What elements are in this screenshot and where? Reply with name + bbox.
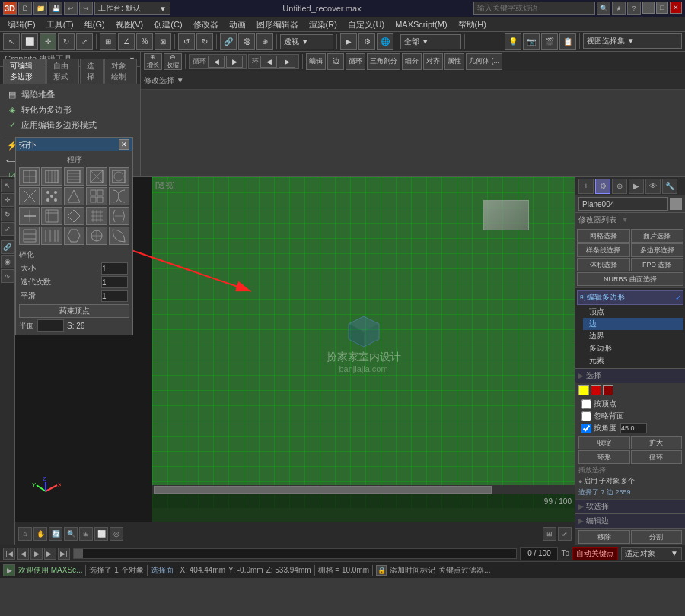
loop-prev[interactable]: ◀ xyxy=(208,56,225,68)
tree-edge[interactable]: 边 xyxy=(583,318,683,330)
tri-btn[interactable]: 三角剖分 xyxy=(367,53,400,70)
undo-icon[interactable]: ↩ xyxy=(64,2,78,15)
edge-btn[interactable]: 边 xyxy=(327,53,344,70)
edit-edge-header[interactable]: ▶ 编辑边 xyxy=(578,516,682,526)
vp-pan[interactable]: ✋ xyxy=(33,527,47,541)
timeline-scrubber[interactable] xyxy=(73,548,517,559)
render-setup[interactable]: ⚙ xyxy=(358,33,375,50)
menu-graph-editor[interactable]: 图形编辑器 xyxy=(252,17,303,32)
topo-cell-13[interactable] xyxy=(86,207,107,225)
topo-close-button[interactable]: ✕ xyxy=(119,139,129,150)
object-color-swatch[interactable] xyxy=(670,198,682,210)
vp-zoom[interactable]: 🔍 xyxy=(64,527,78,541)
rp-create-icon[interactable]: + xyxy=(578,179,594,194)
topo-cell-17[interactable] xyxy=(64,227,84,245)
prev-frame-btn[interactable]: ◀ xyxy=(17,548,29,560)
tab-freeform[interactable]: 自由形式 xyxy=(46,59,79,84)
undo-scene[interactable]: ↺ xyxy=(178,33,195,50)
goto-end-btn[interactable]: ▶| xyxy=(58,548,70,560)
scale-tool[interactable]: ⤢ xyxy=(76,33,93,50)
vp-toggle-grid[interactable]: ⊞ xyxy=(543,527,556,541)
menu-render[interactable]: 渲染(R) xyxy=(304,17,342,32)
topo-cell-9[interactable] xyxy=(109,187,129,205)
ring-next[interactable]: ▶ xyxy=(279,56,295,68)
fpd-select-btn[interactable]: FPD 选择 xyxy=(631,258,684,271)
soft-select-header[interactable]: ▶ 软选择 xyxy=(578,501,682,512)
ring-select-btn[interactable]: 环形 xyxy=(578,450,630,464)
rp-hierarchy-icon[interactable]: ⊕ xyxy=(612,179,627,194)
search-icon[interactable]: 🔍 xyxy=(597,2,610,15)
topo-cell-18[interactable] xyxy=(86,227,107,245)
nurbs-select-btn[interactable]: NURBS 曲面选择 xyxy=(577,272,683,286)
menu-animation[interactable]: 动画 xyxy=(225,17,250,32)
ls-curve[interactable]: ∿ xyxy=(1,269,14,283)
topo-cell-16[interactable] xyxy=(41,227,62,245)
tab-selection[interactable]: 选择 xyxy=(80,59,104,84)
ring-prev[interactable]: ◀ xyxy=(260,56,277,68)
tree-polygon[interactable]: 多边形 xyxy=(583,342,683,354)
move-tool[interactable]: ✛ xyxy=(40,33,56,50)
maximize-button[interactable]: □ xyxy=(656,2,668,14)
angle-input[interactable] xyxy=(620,423,647,433)
new-icon[interactable]: 🗋 xyxy=(18,2,32,15)
lock-icon[interactable]: 🔒 xyxy=(376,565,387,576)
yellow-swatch[interactable] xyxy=(578,385,589,395)
topo-iterations-input[interactable] xyxy=(101,276,128,288)
topo-cell-6[interactable] xyxy=(41,187,62,205)
edit-btn[interactable]: 编辑 xyxy=(306,53,326,70)
rp-utilities-icon[interactable]: 🔧 xyxy=(662,179,677,194)
modifier-item-editable-poly[interactable]: 可编辑多边形 ✓ xyxy=(577,290,683,305)
topo-cell-11[interactable] xyxy=(41,207,62,225)
props-btn[interactable]: 属性 xyxy=(444,53,464,70)
link-tool[interactable]: 🔗 xyxy=(220,33,237,50)
menu-maxscript[interactable]: MAXScript(M) xyxy=(390,17,451,32)
ignore-back-checkbox[interactable] xyxy=(581,411,591,421)
poly-select-btn[interactable]: 多边形选择 xyxy=(631,243,684,257)
red-swatch[interactable] xyxy=(591,385,601,395)
camera-icon[interactable]: 📷 xyxy=(523,33,540,50)
geom-btn[interactable]: 几何体 (... xyxy=(466,53,502,70)
menu-customize[interactable]: 自定义(U) xyxy=(343,17,389,32)
loop-btn[interactable]: 循环 xyxy=(346,53,365,70)
filter-dropdown[interactable]: 全部 ▼ xyxy=(400,34,461,49)
topo-cell-12[interactable] xyxy=(64,207,84,225)
by-angle-checkbox[interactable] xyxy=(581,424,591,433)
auto-key-btn[interactable]: 自动关键点 xyxy=(572,547,618,560)
angle-snap[interactable]: ∠ xyxy=(118,33,135,50)
workspace-dropdown[interactable]: 工作台: 默认 ▼ xyxy=(94,2,170,15)
topo-cell-14[interactable] xyxy=(109,207,129,225)
status-icon[interactable]: ▶ xyxy=(3,564,15,576)
ls-scale[interactable]: ⤢ xyxy=(1,222,14,236)
rp-motion-icon[interactable]: ▶ xyxy=(629,179,644,194)
open-icon[interactable]: 📁 xyxy=(33,2,47,15)
patch-select-btn[interactable]: 面片选择 xyxy=(631,229,684,243)
close-button[interactable]: ✕ xyxy=(670,2,682,14)
topo-cell-1[interactable] xyxy=(41,167,62,186)
topo-cell-0[interactable] xyxy=(19,167,40,186)
tree-vertex[interactable]: 顶点 xyxy=(583,306,683,318)
topo-cell-15[interactable] xyxy=(19,227,40,245)
menu-edit[interactable]: 编辑(E) xyxy=(3,17,40,32)
viewport-scrollbar-h[interactable] xyxy=(152,485,575,494)
split-btn[interactable]: 分割 xyxy=(631,530,683,544)
environment[interactable]: 🌐 xyxy=(377,33,393,50)
scroll-thumb-h[interactable] xyxy=(154,486,492,494)
topo-cell-7[interactable] xyxy=(64,187,84,205)
dark-red-swatch[interactable] xyxy=(603,385,613,395)
topo-cell-3[interactable] xyxy=(86,167,107,186)
next-frame-btn[interactable]: ▶| xyxy=(44,548,56,560)
by-vertex-checkbox[interactable] xyxy=(581,399,591,409)
select-face-btn[interactable]: 选择面 xyxy=(151,565,174,576)
tab-object-paint[interactable]: 对象绘制 xyxy=(104,59,137,84)
lp-item-apply[interactable]: ✓ 应用编辑多边形模式 xyxy=(3,117,137,132)
menu-create[interactable]: 创建(C) xyxy=(149,17,186,32)
rp-display-icon[interactable]: 👁 xyxy=(645,179,661,194)
object-name-input[interactable]: Plane004 xyxy=(578,197,668,211)
menu-view[interactable]: 视图(V) xyxy=(111,17,148,32)
vp-fov[interactable]: ◎ xyxy=(110,527,123,541)
topo-cell-10[interactable] xyxy=(19,207,40,225)
select-region[interactable]: ⬜ xyxy=(21,33,38,50)
frame-counter[interactable]: 0 / 100 xyxy=(520,547,558,560)
percent-snap[interactable]: % xyxy=(136,33,153,50)
goto-start-btn[interactable]: |◀ xyxy=(3,548,15,560)
